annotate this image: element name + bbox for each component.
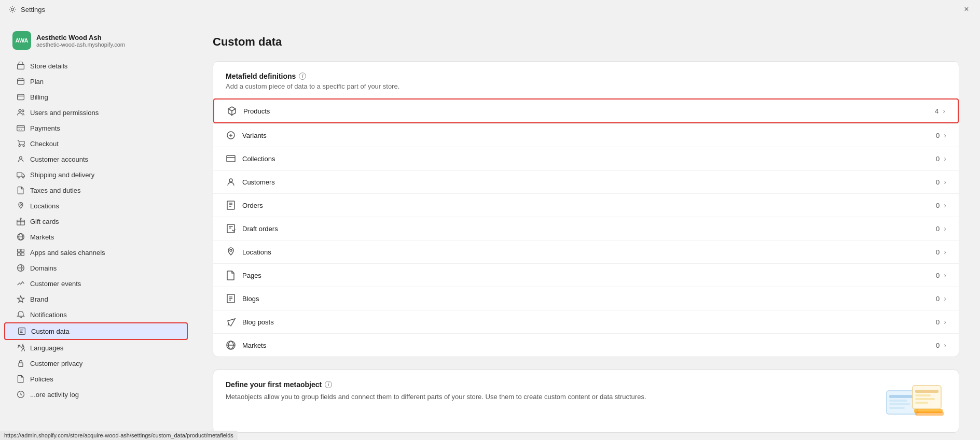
products-count: 4 [935, 107, 938, 115]
collections-icon [226, 153, 236, 164]
store-details-icon [17, 62, 25, 70]
customer-privacy-icon [17, 359, 25, 367]
svg-rect-25 [227, 201, 234, 209]
sidebar-item-brand-label: Brand [30, 295, 48, 303]
policies-icon [17, 375, 25, 383]
sidebar-item-markets[interactable]: Markets [4, 229, 188, 245]
metafield-card-subtitle: Add a custom piece of data to a specific… [226, 82, 946, 90]
sidebar-item-shipping[interactable]: Shipping and delivery [4, 167, 188, 182]
sidebar: AWA Aesthetic Wood Ash aesthetic-wood-as… [0, 19, 192, 440]
svg-rect-34 [889, 407, 905, 409]
sidebar-item-notifications[interactable]: Notifications [4, 307, 188, 322]
sidebar-item-customer-privacy[interactable]: Customer privacy [4, 356, 188, 371]
store-avatar: AWA [12, 31, 31, 50]
sidebar-item-locations[interactable]: Locations [4, 198, 188, 214]
svg-point-4 [19, 109, 21, 112]
sidebar-item-domains-label: Domains [30, 264, 57, 272]
svg-point-5 [22, 110, 24, 112]
metafield-row-blogs[interactable]: Blogs 0 › [213, 287, 959, 310]
users-icon [17, 108, 25, 117]
orders-icon [226, 200, 236, 210]
sidebar-item-domains[interactable]: Domains [4, 260, 188, 276]
metaobject-info-icon[interactable]: i [325, 381, 332, 388]
sidebar-item-activity-log[interactable]: ...ore activity log [4, 387, 188, 402]
checkout-icon [17, 139, 25, 148]
customers-chevron: › [944, 178, 946, 186]
blogs-icon [226, 293, 236, 304]
sidebar-item-shipping-label: Shipping and delivery [30, 171, 94, 179]
title-bar-left: Settings [8, 5, 45, 13]
billing-icon [17, 93, 25, 101]
metafield-row-markets[interactable]: Markets 0 › [213, 333, 959, 357]
orders-label: Orders [242, 202, 936, 209]
sidebar-item-customer-events-label: Customer events [30, 280, 81, 288]
sidebar-item-policies-label: Policies [30, 375, 53, 383]
sidebar-item-checkout-label: Checkout [30, 140, 59, 148]
sidebar-item-customer-accounts-label: Customer accounts [30, 155, 88, 163]
settings-window: Settings × AWA Aesthetic Wood Ash aesthe… [0, 0, 980, 440]
main-layout: AWA Aesthetic Wood Ash aesthetic-wood-as… [0, 19, 980, 440]
metafield-row-collections[interactable]: Collections 0 › [213, 147, 959, 170]
svg-rect-23 [227, 155, 235, 162]
markets-row-label: Markets [242, 342, 936, 349]
svg-point-10 [23, 177, 24, 178]
customer-events-icon [17, 279, 25, 288]
title-bar: Settings × [0, 0, 980, 19]
payments-icon [17, 124, 25, 132]
sidebar-item-policies[interactable]: Policies [4, 371, 188, 387]
sidebar-item-taxes[interactable]: Taxes and duties [4, 182, 188, 198]
sidebar-item-users-label: Users and permissions [30, 109, 99, 117]
svg-rect-41 [915, 411, 944, 416]
sidebar-item-billing[interactable]: Billing [4, 89, 188, 105]
blog-posts-icon [226, 317, 236, 327]
svg-rect-3 [18, 94, 24, 100]
collections-label: Collections [242, 155, 936, 163]
plan-icon [17, 77, 25, 86]
collections-chevron: › [944, 154, 946, 163]
sidebar-item-brand[interactable]: Brand [4, 291, 188, 307]
notifications-icon [17, 310, 25, 319]
svg-point-24 [229, 179, 232, 182]
sidebar-item-languages[interactable]: Languages [4, 340, 188, 356]
sidebar-item-locations-label: Locations [30, 202, 59, 210]
svg-rect-33 [889, 403, 910, 405]
sidebar-item-custom-data[interactable]: Custom data [4, 322, 188, 340]
apps-icon [17, 248, 25, 257]
svg-rect-32 [889, 400, 907, 402]
metafield-definitions-card: Metafield definitions i Add a custom pie… [213, 61, 959, 357]
metafield-row-products[interactable]: Products 4 › [213, 98, 959, 123]
sidebar-item-customer-events[interactable]: Customer events [4, 276, 188, 291]
sidebar-item-payments-label: Payments [30, 124, 60, 132]
sidebar-item-gift-cards-label: Gift cards [30, 218, 59, 225]
metafield-row-customers[interactable]: Customers 0 › [213, 170, 959, 193]
metafield-card-title: Metafield definitions i [226, 72, 946, 80]
metafield-info-icon[interactable]: i [299, 73, 306, 80]
metafield-row-pages[interactable]: Pages 0 › [213, 263, 959, 287]
metaobject-card-text: Define your first metaobject i Metaobjec… [226, 380, 872, 402]
svg-point-27 [230, 249, 232, 251]
sidebar-item-checkout[interactable]: Checkout [4, 136, 188, 151]
settings-gear-icon [8, 5, 17, 13]
metafield-row-draft-orders[interactable]: Draft orders 0 › [213, 217, 959, 240]
markets-chevron: › [944, 341, 946, 349]
close-button[interactable]: × [961, 4, 972, 15]
svg-point-9 [18, 177, 19, 178]
sidebar-item-gift-cards[interactable]: Gift cards [4, 214, 188, 229]
sidebar-item-store-details[interactable]: Store details [4, 58, 188, 74]
locations-icon [17, 202, 25, 210]
metafield-row-orders[interactable]: Orders 0 › [213, 193, 959, 217]
sidebar-item-payments[interactable]: Payments [4, 120, 188, 136]
markets-count: 0 [936, 342, 940, 349]
taxes-icon [17, 186, 25, 194]
sidebar-item-apps[interactable]: Apps and sales channels [4, 245, 188, 260]
sidebar-item-customer-accounts[interactable]: Customer accounts [4, 151, 188, 167]
gift-cards-icon [17, 217, 25, 225]
metafield-row-locations[interactable]: Locations 0 › [213, 240, 959, 263]
main-panel: Custom data Metafield definitions i Add … [192, 19, 980, 440]
customers-count: 0 [936, 178, 940, 186]
metafield-row-blog-posts[interactable]: Blog posts 0 › [213, 310, 959, 333]
sidebar-item-users-permissions[interactable]: Users and permissions [4, 105, 188, 120]
sidebar-item-activity-label: ...ore activity log [30, 391, 79, 399]
metafield-row-variants[interactable]: Variants 0 › [213, 123, 959, 147]
sidebar-item-plan[interactable]: Plan [4, 74, 188, 89]
